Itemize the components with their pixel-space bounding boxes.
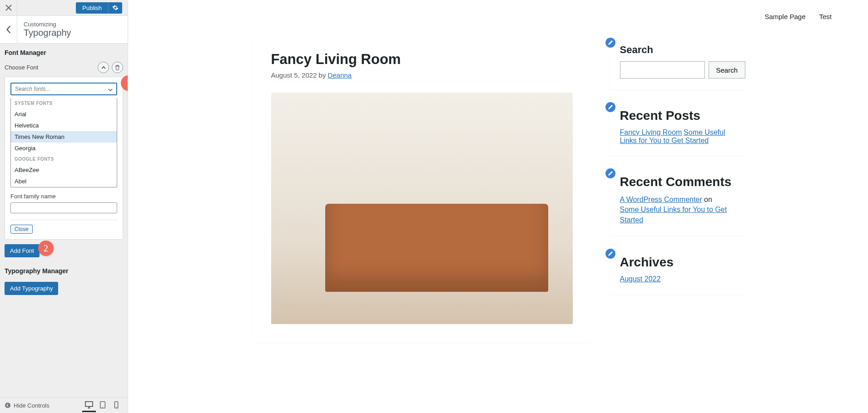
site-nav: Sample Page Test bbox=[128, 0, 868, 33]
comment-post-link[interactable]: Some Useful Links for You to Get Started bbox=[620, 206, 727, 223]
nav-link-test[interactable]: Test bbox=[819, 13, 832, 20]
edit-widget-button[interactable] bbox=[605, 38, 615, 48]
font-option[interactable]: Helvetica bbox=[11, 120, 117, 131]
chevron-up-icon bbox=[101, 66, 106, 69]
comment-on-text: on bbox=[702, 196, 712, 203]
delete-font-button[interactable] bbox=[112, 62, 123, 73]
collapse-font-button[interactable] bbox=[98, 62, 109, 73]
dropdown-group-system: SYSTEM FONTS bbox=[11, 98, 117, 108]
font-card: 1 SYSTEM FONTS Arial Helvetica Times New… bbox=[5, 77, 123, 240]
pencil-icon bbox=[608, 104, 613, 110]
search-widget-title: Search bbox=[620, 44, 733, 56]
pencil-icon bbox=[608, 40, 613, 45]
hide-controls-button[interactable]: Hide Controls bbox=[5, 402, 50, 409]
font-option[interactable]: Arial bbox=[11, 108, 117, 120]
section-title: Typography bbox=[24, 28, 71, 38]
annotation-badge-1: 1 bbox=[121, 75, 128, 91]
font-manager-heading: Font Manager bbox=[5, 49, 123, 56]
preview-pane: Sample Page Test Fancy Living Room Augus… bbox=[128, 0, 868, 413]
pencil-icon bbox=[608, 171, 613, 176]
gear-icon bbox=[112, 5, 119, 11]
edit-widget-button[interactable] bbox=[605, 102, 615, 112]
post-meta: August 5, 2022 by Deanna bbox=[271, 71, 573, 79]
dropdown-group-google: GOOGLE FONTS bbox=[11, 154, 117, 164]
post-date: August 5, 2022 bbox=[271, 71, 317, 79]
font-search-input[interactable] bbox=[15, 86, 108, 92]
widget-search: Search Search bbox=[609, 33, 744, 89]
search-button[interactable]: Search bbox=[709, 61, 746, 79]
svg-point-0 bbox=[5, 403, 10, 408]
annotation-badge-2: 2 bbox=[38, 241, 54, 256]
archive-link[interactable]: August 2022 bbox=[620, 275, 661, 283]
search-input[interactable] bbox=[620, 61, 705, 79]
nav-link-sample-page[interactable]: Sample Page bbox=[764, 13, 805, 20]
chevron-left-icon bbox=[6, 25, 11, 34]
close-icon bbox=[5, 5, 12, 11]
add-typography-button[interactable]: Add Typography bbox=[5, 282, 58, 295]
font-option[interactable]: Abel bbox=[11, 176, 117, 187]
pencil-icon bbox=[608, 251, 613, 256]
collapse-left-icon bbox=[5, 402, 11, 408]
close-card-button[interactable]: Close bbox=[10, 225, 33, 234]
font-option[interactable]: Times New Roman bbox=[11, 131, 117, 143]
chevron-down-icon bbox=[108, 86, 113, 93]
comment-author-link[interactable]: A WordPress Commenter bbox=[620, 196, 702, 203]
device-tablet-button[interactable] bbox=[96, 398, 109, 412]
publish-settings-button[interactable] bbox=[108, 2, 122, 14]
close-customizer-button[interactable] bbox=[0, 0, 17, 15]
widget-recent-posts: Recent Posts Fancy Living Room Some Usef… bbox=[609, 98, 744, 156]
recent-post-link[interactable]: Fancy Living Room bbox=[620, 128, 682, 136]
svg-point-5 bbox=[116, 407, 116, 407]
font-option[interactable]: Georgia bbox=[11, 143, 117, 154]
font-family-input[interactable] bbox=[10, 202, 117, 213]
customizing-label: Customizing bbox=[24, 21, 71, 28]
desktop-icon bbox=[85, 401, 93, 408]
post-content: Fancy Living Room August 5, 2022 by Dean… bbox=[253, 33, 591, 342]
add-font-button[interactable]: Add Font bbox=[5, 244, 40, 257]
edit-widget-button[interactable] bbox=[605, 168, 615, 178]
widget-archives: Archives August 2022 bbox=[609, 244, 744, 294]
post-author-link[interactable]: Deanna bbox=[328, 71, 352, 79]
post-title: Fancy Living Room bbox=[271, 51, 573, 68]
recent-posts-title: Recent Posts bbox=[620, 108, 733, 123]
widget-recent-comments: Recent Comments A WordPress Commenter on… bbox=[609, 164, 744, 236]
edit-widget-button[interactable] bbox=[605, 249, 615, 259]
sidebar-body: Font Manager Choose Font 1 bbox=[0, 44, 128, 397]
device-mobile-button[interactable] bbox=[109, 398, 123, 412]
mobile-icon bbox=[114, 401, 119, 408]
font-option[interactable]: ABeeZee bbox=[11, 164, 117, 176]
customizer-sidebar: Publish Customizing Typography Font Mana… bbox=[0, 0, 128, 413]
recent-comments-title: Recent Comments bbox=[620, 175, 733, 189]
typography-manager-heading: Typography Manager bbox=[5, 267, 123, 275]
svg-point-3 bbox=[102, 407, 103, 407]
archives-title: Archives bbox=[620, 255, 733, 270]
post-featured-image bbox=[271, 93, 573, 324]
choose-font-label: Choose Font bbox=[5, 64, 38, 71]
font-dropdown: SYSTEM FONTS Arial Helvetica Times New R… bbox=[10, 98, 117, 187]
sidebar-widgets: Search Search Recent Posts Fancy Living … bbox=[609, 33, 744, 342]
sidebar-top-bar: Publish bbox=[0, 0, 128, 16]
back-button[interactable] bbox=[0, 16, 17, 43]
sidebar-header: Customizing Typography bbox=[0, 16, 128, 44]
post-by: by bbox=[317, 71, 327, 79]
device-desktop-button[interactable] bbox=[82, 398, 96, 412]
sidebar-footer: Hide Controls bbox=[0, 397, 128, 413]
svg-rect-1 bbox=[85, 401, 93, 406]
tablet-icon bbox=[99, 401, 106, 408]
publish-button[interactable]: Publish bbox=[76, 2, 108, 14]
font-family-label: Font family name bbox=[10, 193, 117, 200]
hide-controls-label: Hide Controls bbox=[14, 402, 50, 409]
trash-icon bbox=[115, 65, 120, 70]
font-search-select[interactable] bbox=[10, 83, 117, 95]
